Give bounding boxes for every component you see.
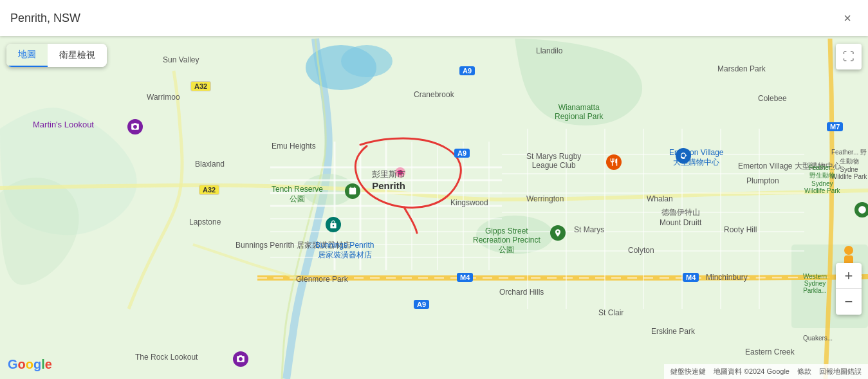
featherdale-marker[interactable] xyxy=(854,202,868,217)
badge-m4-1: M4 xyxy=(457,273,473,282)
badge-a32-2: A32 xyxy=(199,185,219,195)
featherdale-icon xyxy=(854,202,868,217)
badge-m4-2: M4 xyxy=(683,273,699,282)
the-rock-icon xyxy=(233,351,248,367)
svg-point-36 xyxy=(844,246,853,255)
badge-a32-1: A32 xyxy=(190,81,211,91)
map-type-switcher: 地圖 衛星檢視 xyxy=(6,44,107,67)
badge-a9-3: A9 xyxy=(414,300,429,309)
svg-point-4 xyxy=(476,216,553,254)
the-rock-marker[interactable] xyxy=(233,351,248,367)
report-error-link[interactable]: 回報地圖錯誤 xyxy=(819,367,862,376)
tench-reserve-icon xyxy=(345,183,360,199)
map-type-satellite-button[interactable]: 衛星檢視 xyxy=(48,44,107,67)
emerton-marker[interactable] xyxy=(676,148,691,163)
svg-point-35 xyxy=(398,170,403,175)
svg-text:Google: Google xyxy=(8,357,51,371)
terms-link[interactable]: 條款 xyxy=(797,367,811,376)
fullscreen-button[interactable]: ⛶ xyxy=(836,44,862,69)
bunnings-marker[interactable] xyxy=(326,217,341,232)
badge-a9-2: A9 xyxy=(454,149,470,158)
zoom-out-button[interactable]: − xyxy=(836,289,862,315)
attribution-bar: 鍵盤快速鍵 地圖資料 ©2024 Google 條款 回報地圖錯誤 xyxy=(664,364,868,379)
google-logo: Google xyxy=(6,356,51,375)
tench-reserve-marker[interactable] xyxy=(345,183,360,199)
badge-m7: M7 xyxy=(827,122,843,131)
st-marys-rugby-icon xyxy=(606,154,622,170)
fullscreen-icon: ⛶ xyxy=(843,50,854,64)
map-container: Penrith, NSW × 地圖 衛星檢視 ⛶ Llandilo Sun Va… xyxy=(0,0,868,379)
zoom-in-button[interactable]: + xyxy=(836,263,862,289)
close-icon: × xyxy=(844,11,851,26)
svg-point-2 xyxy=(341,45,392,77)
top-bar: Penrith, NSW × xyxy=(0,0,868,36)
keyboard-shortcut-link[interactable]: 鍵盤快速鍵 xyxy=(670,367,706,376)
location-title: Penrith, NSW xyxy=(10,12,837,25)
zoom-controls: + − xyxy=(836,263,862,315)
map-data-text: 地圖資料 ©2024 Google xyxy=(714,367,790,376)
gipps-rec-marker[interactable] xyxy=(550,225,566,241)
martins-lookout-icon xyxy=(127,119,143,134)
emerton-icon xyxy=(676,148,691,163)
martins-lookout-marker[interactable] xyxy=(127,119,143,134)
bunnings-icon xyxy=(326,217,341,232)
badge-a9-1: A9 xyxy=(459,66,475,75)
gipps-rec-icon xyxy=(550,225,566,241)
st-marys-rugby-marker[interactable] xyxy=(606,154,622,170)
close-button[interactable]: × xyxy=(837,8,858,28)
map-type-map-button[interactable]: 地圖 xyxy=(6,44,48,67)
